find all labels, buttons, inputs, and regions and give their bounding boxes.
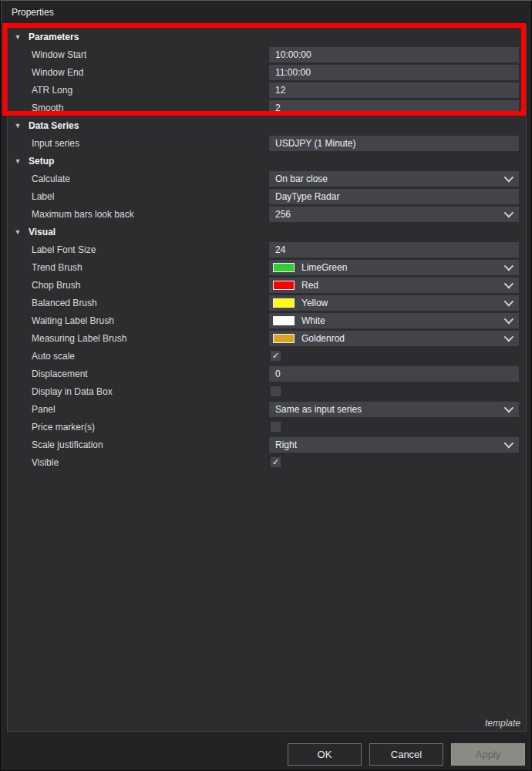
property-value-cell: Right bbox=[269, 436, 526, 453]
property-label-cell: Displacement bbox=[8, 365, 269, 382]
property-label: Measuring Label Brush bbox=[32, 333, 126, 344]
property-label-cell: Window Start bbox=[8, 45, 269, 63]
property-value-cell: 256 bbox=[269, 205, 526, 223]
field-value: 12 bbox=[275, 85, 285, 96]
chevron-down-icon bbox=[504, 208, 514, 218]
property-label: Label bbox=[32, 191, 54, 202]
section-label: Setup bbox=[29, 156, 54, 167]
property-label: Calculate bbox=[32, 173, 70, 184]
field-value: 2 bbox=[275, 103, 281, 113]
property-label-cell: Measuring Label Brush bbox=[8, 329, 269, 347]
dialog-title: Properties bbox=[12, 7, 54, 18]
property-row-auto-scale: Auto scale✓ bbox=[8, 347, 526, 365]
property-label: Window End bbox=[32, 67, 83, 78]
collapse-triangle-icon[interactable]: ▼ bbox=[12, 122, 23, 130]
section-header-data-series[interactable]: ▼Data Series bbox=[8, 116, 526, 134]
property-label: Smooth bbox=[32, 103, 63, 113]
property-value-cell: 11:00:00 bbox=[269, 63, 526, 81]
price-marker-s-checkbox[interactable] bbox=[271, 422, 281, 432]
collapse-triangle-icon[interactable]: ▼ bbox=[12, 33, 23, 41]
property-label-cell: Waiting Label Brush bbox=[8, 311, 269, 329]
atr-long-input[interactable]: 12 bbox=[269, 82, 519, 98]
panel-dropdown[interactable]: Same as input series bbox=[269, 402, 519, 417]
property-label-cell: Visible bbox=[8, 453, 269, 471]
chevron-down-icon bbox=[504, 297, 514, 307]
chevron-down-icon bbox=[504, 315, 514, 325]
color-swatch bbox=[273, 334, 295, 343]
displacement-input[interactable]: 0 bbox=[269, 366, 519, 382]
selected-option: Right bbox=[275, 439, 297, 450]
field-value: 11:00:00 bbox=[275, 67, 311, 78]
property-label: Window Start bbox=[32, 49, 86, 60]
selected-color-name: Goldenrod bbox=[301, 333, 345, 344]
property-value-cell bbox=[269, 382, 526, 400]
property-label: Visible bbox=[32, 457, 59, 468]
color-swatch bbox=[273, 263, 295, 272]
collapse-triangle-icon[interactable]: ▼ bbox=[12, 157, 23, 165]
section-header-setup[interactable]: ▼Setup bbox=[8, 152, 526, 170]
balanced-brush-color-dropdown[interactable]: Yellow bbox=[269, 295, 519, 311]
input-series-input[interactable]: USDJPY (1 Minute) bbox=[269, 136, 519, 151]
property-value-cell: On bar close bbox=[269, 170, 526, 187]
property-label-cell: Display in Data Box bbox=[8, 382, 269, 400]
property-label-cell: Window End bbox=[8, 63, 269, 81]
smooth-input[interactable]: 2 bbox=[269, 100, 519, 116]
property-label-cell: Maximum bars look back bbox=[8, 205, 269, 223]
section-header-visual[interactable]: ▼Visual bbox=[8, 223, 526, 241]
ok-button[interactable]: OK bbox=[288, 743, 362, 766]
property-value-cell: ✓ bbox=[269, 453, 526, 471]
selected-option: 256 bbox=[275, 209, 291, 220]
property-label: ATR Long bbox=[32, 85, 72, 96]
auto-scale-checkbox[interactable]: ✓ bbox=[271, 351, 281, 361]
field-value: USDJPY (1 Minute) bbox=[275, 138, 355, 149]
property-rows: ▼ParametersWindow Start10:00:00Window En… bbox=[8, 28, 526, 471]
trend-brush-color-dropdown[interactable]: LimeGreen bbox=[269, 260, 519, 275]
property-label-cell: Scale justification bbox=[8, 436, 269, 453]
property-row-window-end: Window End11:00:00 bbox=[8, 63, 526, 81]
apply-button[interactable]: Apply bbox=[451, 743, 525, 766]
measuring-label-brush-color-dropdown[interactable]: Goldenrod bbox=[269, 331, 519, 346]
property-label-cell: Trend Brush bbox=[8, 258, 269, 276]
property-label-cell: Panel bbox=[8, 400, 269, 418]
property-row-waiting-label-brush: Waiting Label BrushWhite bbox=[8, 311, 526, 329]
property-label-cell: Balanced Brush bbox=[8, 294, 269, 311]
property-value-cell: 2 bbox=[269, 99, 526, 116]
label-input[interactable]: DayType Radar bbox=[269, 189, 519, 204]
chevron-down-icon bbox=[504, 332, 514, 342]
window-start-input[interactable]: 10:00:00 bbox=[269, 47, 519, 62]
property-value-cell: ✓ bbox=[269, 347, 526, 365]
label-font-size-input[interactable]: 24 bbox=[269, 242, 519, 258]
color-swatch bbox=[273, 316, 295, 325]
property-row-display-in-data-box: Display in Data Box bbox=[8, 382, 526, 400]
selected-option: On bar close bbox=[275, 173, 328, 184]
property-value-cell: Yellow bbox=[269, 294, 526, 311]
property-label: Display in Data Box bbox=[32, 386, 113, 397]
scale-justification-dropdown[interactable]: Right bbox=[269, 437, 519, 453]
visible-checkbox[interactable]: ✓ bbox=[271, 457, 281, 467]
property-label: Balanced Brush bbox=[32, 298, 97, 308]
window-end-input[interactable]: 11:00:00 bbox=[269, 65, 519, 80]
waiting-label-brush-color-dropdown[interactable]: White bbox=[269, 313, 519, 328]
property-row-displacement: Displacement0 bbox=[8, 365, 526, 382]
cancel-button[interactable]: Cancel bbox=[369, 743, 443, 766]
property-label-cell: Auto scale bbox=[8, 347, 269, 365]
chevron-down-icon bbox=[504, 279, 514, 289]
property-value-cell: 24 bbox=[269, 241, 526, 258]
property-label: Trend Brush bbox=[32, 262, 82, 273]
selected-color-name: LimeGreen bbox=[301, 262, 347, 273]
display-in-data-box-checkbox[interactable] bbox=[271, 386, 281, 396]
property-row-scale-justification: Scale justificationRight bbox=[8, 436, 526, 453]
property-value-cell bbox=[269, 418, 526, 436]
section-label: Parameters bbox=[29, 32, 79, 42]
section-label: Data Series bbox=[29, 120, 79, 131]
property-label-cell: Label Font Size bbox=[8, 241, 269, 258]
field-value: 24 bbox=[275, 244, 285, 255]
chevron-down-icon bbox=[504, 403, 514, 413]
maximum-bars-look-back-dropdown[interactable]: 256 bbox=[269, 207, 519, 222]
collapse-triangle-icon[interactable]: ▼ bbox=[12, 228, 23, 236]
calculate-dropdown[interactable]: On bar close bbox=[269, 171, 519, 187]
property-value-cell: Goldenrod bbox=[269, 329, 526, 347]
property-value-cell: 10:00:00 bbox=[269, 45, 526, 63]
section-header-parameters[interactable]: ▼Parameters bbox=[8, 28, 526, 45]
chop-brush-color-dropdown[interactable]: Red bbox=[269, 278, 519, 293]
